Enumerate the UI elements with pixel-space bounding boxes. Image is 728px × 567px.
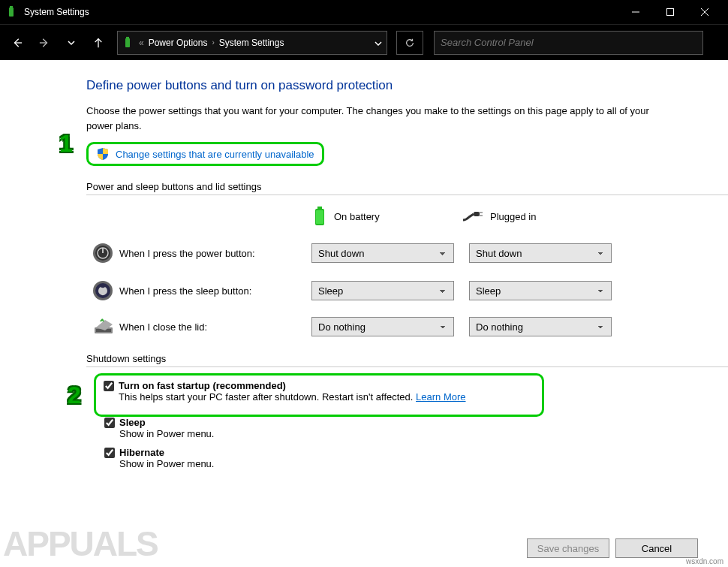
svg-rect-13 bbox=[316, 210, 323, 224]
power-options-app-icon bbox=[6, 6, 18, 18]
power-button-battery-select[interactable]: Shut down bbox=[311, 243, 454, 263]
search-box[interactable] bbox=[434, 31, 703, 55]
svg-rect-3 bbox=[667, 9, 674, 16]
fast-startup-desc: This helps start your PC faster after sh… bbox=[119, 391, 416, 403]
learn-more-link[interactable]: Learn More bbox=[416, 391, 465, 403]
hibernate-title: Hibernate bbox=[119, 447, 164, 458]
fast-startup-highlight: 2 Turn on fast startup (recommended) Thi… bbox=[94, 373, 544, 417]
minimize-button[interactable] bbox=[618, 0, 653, 24]
sleep-button-row: When I press the sleep button: Sleep Sle… bbox=[86, 279, 690, 302]
battery-icon bbox=[311, 206, 328, 227]
column-headers: On battery Plugged in bbox=[86, 206, 690, 227]
up-button[interactable] bbox=[87, 32, 110, 54]
sleep-title: Sleep bbox=[119, 417, 146, 428]
svg-rect-0 bbox=[9, 8, 14, 17]
maximize-button[interactable] bbox=[653, 0, 687, 24]
hibernate-item: Hibernate Show in Power menu. bbox=[104, 447, 690, 469]
sleep-item: Sleep Show in Power menu. bbox=[104, 417, 690, 439]
uac-shield-icon bbox=[96, 147, 110, 161]
cancel-button[interactable]: Cancel bbox=[615, 538, 698, 558]
fast-startup-item: Turn on fast startup (recommended) This … bbox=[104, 380, 534, 403]
fast-startup-checkbox[interactable] bbox=[104, 381, 114, 391]
sleep-checkbox[interactable] bbox=[104, 418, 115, 428]
breadcrumb-power-options[interactable]: Power Options bbox=[149, 38, 208, 48]
refresh-button[interactable] bbox=[396, 31, 423, 55]
svg-rect-9 bbox=[125, 38, 130, 47]
svg-rect-12 bbox=[317, 207, 322, 209]
sleep-button-plugged-select[interactable]: Sleep bbox=[469, 281, 612, 300]
chevron-right-icon: › bbox=[212, 38, 214, 47]
power-button-label: When I press the power button: bbox=[119, 248, 311, 259]
page-title: Define power buttons and turn on passwor… bbox=[86, 78, 690, 93]
close-lid-icon bbox=[90, 317, 116, 336]
hibernate-desc: Show in Power menu. bbox=[119, 458, 690, 469]
titlebar: System Settings bbox=[0, 0, 728, 24]
sleep-button-label: When I press the sleep button: bbox=[119, 285, 311, 297]
shutdown-settings-group-header: Shutdown settings bbox=[86, 353, 690, 364]
page-subtitle: Choose the power settings that you want … bbox=[86, 104, 672, 133]
forward-button[interactable] bbox=[33, 32, 56, 54]
power-options-path-icon bbox=[122, 37, 134, 49]
change-settings-link-highlight: Change settings that are currently unava… bbox=[86, 142, 324, 166]
window-title: System Settings bbox=[24, 7, 618, 17]
svg-rect-1 bbox=[10, 6, 13, 8]
power-button-row: When I press the power button: Shut down… bbox=[86, 242, 690, 264]
on-battery-column-label: On battery bbox=[334, 211, 380, 222]
power-buttons-group-header: Power and sleep buttons and lid settings bbox=[86, 181, 690, 192]
search-input[interactable] bbox=[441, 37, 696, 48]
sleep-button-icon bbox=[92, 279, 114, 302]
annotation-number-2: 2 bbox=[68, 382, 81, 409]
sleep-button-battery-select[interactable]: Sleep bbox=[311, 281, 454, 300]
close-button[interactable] bbox=[687, 0, 722, 24]
fast-startup-title: Turn on fast startup (recommended) bbox=[119, 380, 286, 391]
history-dropdown-button[interactable] bbox=[60, 32, 83, 54]
close-lid-battery-select[interactable]: Do nothing bbox=[311, 317, 454, 336]
plug-icon bbox=[462, 210, 484, 223]
address-bar[interactable]: « Power Options › System Settings bbox=[117, 31, 387, 55]
breadcrumb-system-settings[interactable]: System Settings bbox=[219, 38, 284, 48]
svg-rect-10 bbox=[126, 37, 129, 38]
back-button[interactable] bbox=[6, 32, 29, 54]
navbar: « Power Options › System Settings bbox=[0, 24, 728, 60]
breadcrumb-prefix-icon: « bbox=[139, 38, 144, 48]
power-button-icon bbox=[92, 242, 114, 264]
power-button-plugged-select[interactable]: Shut down bbox=[469, 243, 612, 263]
save-changes-button[interactable]: Save changes bbox=[527, 538, 609, 558]
address-dropdown-button[interactable] bbox=[375, 37, 382, 48]
annotation-number-1: 1 bbox=[59, 130, 73, 158]
plugged-in-column-label: Plugged in bbox=[490, 211, 536, 222]
svg-rect-14 bbox=[474, 212, 480, 216]
hibernate-checkbox[interactable] bbox=[104, 448, 115, 458]
close-lid-plugged-select[interactable]: Do nothing bbox=[469, 317, 612, 336]
close-lid-label: When I close the lid: bbox=[119, 321, 311, 333]
sleep-desc: Show in Power menu. bbox=[119, 428, 690, 439]
change-settings-link[interactable]: Change settings that are currently unava… bbox=[116, 149, 314, 160]
close-lid-row: When I close the lid: Do nothing Do noth… bbox=[86, 317, 690, 336]
brand-watermark: APPUALS bbox=[3, 523, 158, 564]
site-watermark: wsxdn.com bbox=[686, 557, 723, 565]
